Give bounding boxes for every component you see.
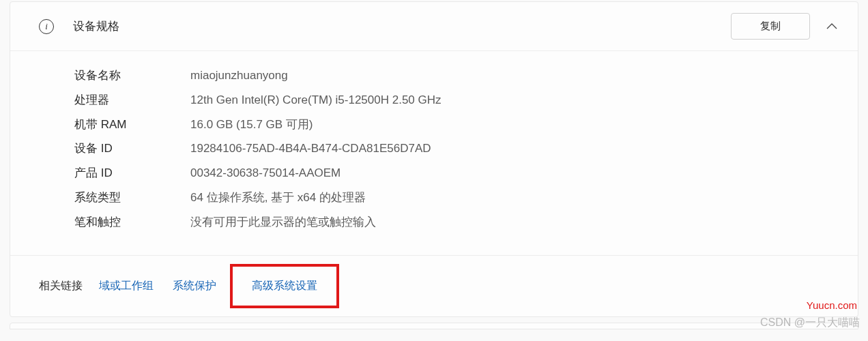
next-card-preview	[10, 323, 858, 329]
watermark-author: CSDN @一只大喵喵	[760, 316, 860, 330]
spec-row-ram: 机带 RAM 16.0 GB (15.7 GB 可用)	[74, 117, 841, 133]
spec-row-system-type: 系统类型 64 位操作系统, 基于 x64 的处理器	[74, 190, 841, 206]
spec-row-processor: 处理器 12th Gen Intel(R) Core(TM) i5-12500H…	[74, 92, 841, 108]
spec-row-device-id: 设备 ID 19284106-75AD-4B4A-B474-CDA81E56D7…	[74, 140, 841, 157]
link-domain-workgroup[interactable]: 域或工作组	[99, 279, 154, 293]
copy-button[interactable]: 复制	[731, 13, 810, 40]
related-links-label: 相关链接	[39, 279, 83, 293]
spec-row-device-name: 设备名称 miaojunzhuanyong	[74, 68, 841, 84]
collapse-toggle[interactable]	[822, 17, 841, 36]
chevron-up-icon	[826, 23, 837, 30]
highlight-box: 高级系统设置	[230, 264, 339, 308]
device-specs-card: i 设备规格 复制 设备名称 miaojunzhuanyong 处理器 12th…	[10, 1, 858, 317]
info-icon: i	[39, 19, 54, 34]
spec-value: 19284106-75AD-4B4A-B474-CDA81E56D7AD	[190, 140, 431, 157]
section-title: 设备规格	[73, 18, 731, 34]
card-footer: 相关链接 域或工作组 系统保护 高级系统设置	[10, 255, 858, 316]
spec-label: 设备 ID	[74, 140, 190, 157]
spec-label: 机带 RAM	[74, 117, 190, 133]
spec-value: 12th Gen Intel(R) Core(TM) i5-12500H 2.5…	[190, 92, 442, 108]
spec-value: 64 位操作系统, 基于 x64 的处理器	[190, 190, 366, 206]
link-advanced-system-settings[interactable]: 高级系统设置	[252, 280, 317, 291]
spec-value: 00342-30638-75014-AAOEM	[190, 165, 341, 181]
spec-row-pen-touch: 笔和触控 没有可用于此显示器的笔或触控输入	[74, 214, 841, 231]
card-header: i 设备规格 复制	[10, 2, 858, 51]
spec-label: 笔和触控	[74, 214, 190, 231]
spec-value: miaojunzhuanyong	[190, 68, 288, 84]
specs-body: 设备名称 miaojunzhuanyong 处理器 12th Gen Intel…	[10, 51, 858, 255]
spec-label: 处理器	[74, 92, 190, 108]
spec-value: 没有可用于此显示器的笔或触控输入	[190, 214, 376, 231]
link-system-protection[interactable]: 系统保护	[173, 279, 216, 293]
spec-value: 16.0 GB (15.7 GB 可用)	[190, 117, 313, 133]
watermark-site: Yuucn.com	[807, 299, 857, 311]
spec-label: 设备名称	[74, 68, 190, 84]
spec-label: 系统类型	[74, 190, 190, 206]
spec-row-product-id: 产品 ID 00342-30638-75014-AAOEM	[74, 165, 841, 181]
spec-label: 产品 ID	[74, 165, 190, 181]
